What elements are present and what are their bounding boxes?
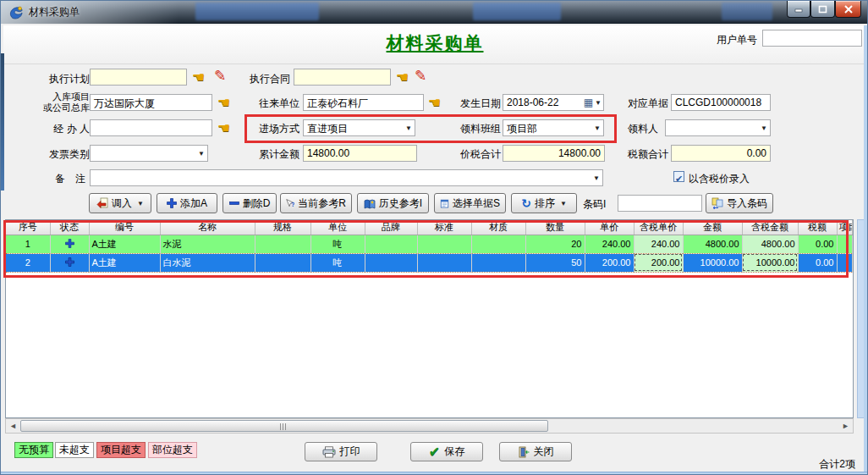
col-header-material: 材质 — [471, 220, 525, 235]
col-header-price: 单价 — [585, 220, 634, 235]
doc-no-label: 对应单据 — [618, 97, 668, 111]
col-header-status: 状态 — [50, 220, 89, 235]
remark-dropdown-icon[interactable]: ▼ — [593, 175, 600, 182]
cell-tax[interactable]: 0.00 — [798, 253, 837, 272]
cell-status[interactable] — [50, 235, 89, 253]
history-reference-button[interactable]: 历史参考I — [357, 193, 429, 213]
cell-qty[interactable]: 20 — [525, 235, 585, 253]
cell-unit[interactable]: 吨 — [310, 235, 365, 253]
cell-name[interactable]: 白水泥 — [160, 253, 255, 272]
table-row-selected[interactable]: 2 A土建 白水泥 吨 50 200.00 200.00 10000.00 10… — [6, 253, 853, 272]
barcode-input[interactable] — [618, 195, 702, 212]
cell-spec[interactable] — [255, 235, 310, 253]
cell-tax[interactable]: 0.00 — [798, 235, 837, 253]
cell-price-with-tax[interactable]: 240.00 — [634, 235, 683, 253]
close-button[interactable] — [835, 1, 861, 18]
cell-amount[interactable]: 10000.00 — [683, 253, 742, 272]
exec-contract-edit-pencil-icon[interactable]: ✎ — [415, 69, 426, 83]
print-button[interactable]: 打印 — [305, 442, 377, 461]
maximize-icon — [818, 5, 827, 14]
maximize-button[interactable] — [810, 1, 835, 18]
entry-mode-select[interactable]: 直进项目 ▼ — [303, 119, 415, 136]
grid-header-row: 序号 状态 编号 名称 规格 单位 品牌 标准 材质 数量 单价 含税单价 金额… — [6, 220, 853, 235]
cell-code[interactable]: A土建 — [89, 235, 160, 253]
pick-person-dropdown-icon[interactable]: ▼ — [761, 125, 767, 132]
tax-entry-checkbox[interactable]: ✔ — [673, 171, 684, 182]
handler-input[interactable] — [90, 119, 212, 136]
import-button[interactable]: 调入 ▼ — [89, 193, 151, 213]
occur-date-value: 2018-06-22 — [507, 97, 582, 108]
close-form-button[interactable]: 关闭 — [499, 442, 572, 461]
cell-qty[interactable]: 50 — [525, 253, 585, 272]
cell-seq[interactable]: 1 — [6, 235, 50, 253]
save-button[interactable]: ✔ 保存 — [410, 442, 483, 461]
project-input[interactable]: 万达国际大厦 — [90, 94, 212, 111]
col-header-standard: 标准 — [417, 220, 471, 235]
counterpart-input[interactable]: 正泰砂石料厂 — [303, 94, 424, 111]
invoice-type-select[interactable]: ▼ — [90, 145, 208, 162]
exec-plan-picker-hand-icon[interactable]: ☚ — [192, 70, 205, 85]
cell-material[interactable] — [471, 235, 525, 253]
delete-button[interactable]: 删除D — [222, 193, 277, 213]
remark-combo[interactable]: ▼ — [90, 169, 603, 186]
cell-budget[interactable] — [837, 235, 853, 253]
cell-price[interactable]: 240.00 — [585, 235, 634, 253]
exec-contract-picker-hand-icon[interactable]: ☚ — [396, 70, 409, 85]
handler-picker-hand-icon[interactable]: ☚ — [217, 121, 230, 135]
invoice-type-dropdown-icon[interactable]: ▼ — [198, 151, 205, 157]
pick-team-dropdown-icon[interactable]: ▼ — [594, 125, 601, 132]
cell-amount-with-tax[interactable]: 4800.00 — [742, 235, 798, 253]
entry-mode-dropdown-icon[interactable]: ▼ — [405, 125, 412, 132]
doc-no-input[interactable]: CLCGD100000018 — [671, 94, 771, 111]
import-doc-icon — [96, 197, 108, 209]
user-no-input[interactable] — [762, 30, 862, 47]
cell-standard[interactable] — [417, 253, 471, 272]
cell-seq[interactable]: 2 — [6, 253, 50, 272]
col-header-tax: 税额 — [798, 220, 837, 235]
cell-status[interactable] — [50, 253, 89, 272]
exec-plan-input[interactable] — [90, 69, 187, 86]
cell-price-with-tax-focused[interactable]: 200.00 — [634, 253, 683, 272]
hscrollbar-thumb[interactable] — [20, 420, 548, 432]
pick-person-label: 领料人 — [618, 122, 658, 136]
grid-horizontal-scrollbar[interactable]: ◄ ► — [5, 418, 854, 434]
cell-name[interactable]: 水泥 — [160, 235, 255, 253]
select-documents-button[interactable]: 选择单据S — [434, 193, 506, 213]
exec-plan-edit-pencil-icon[interactable]: ✎ — [214, 69, 226, 83]
occur-date-picker[interactable]: 2018-06-22 ▦ ▼ — [503, 94, 604, 111]
add-button[interactable]: 添加A — [157, 193, 217, 213]
col-header-amount-with-tax: 含税金额 — [742, 220, 798, 235]
pick-team-select[interactable]: 项目部 ▼ — [503, 119, 604, 136]
import-barcode-button[interactable]: 导入条码 — [706, 193, 773, 213]
project-picker-hand-icon[interactable]: ☚ — [217, 96, 230, 110]
cell-unit[interactable]: 吨 — [310, 253, 365, 272]
col-header-amount: 金额 — [683, 220, 742, 235]
minimize-button[interactable] — [787, 1, 810, 18]
cell-brand[interactable] — [365, 253, 417, 272]
cell-budget[interactable] — [837, 253, 853, 272]
scroll-right-arrow-icon[interactable]: ► — [842, 421, 849, 432]
cell-amount-with-tax[interactable]: 10000.00 — [742, 253, 798, 272]
cell-brand[interactable] — [365, 235, 417, 253]
cell-price[interactable]: 200.00 — [585, 253, 634, 272]
cell-spec[interactable] — [255, 253, 310, 272]
current-reference-button[interactable]: ? 当前参考R — [280, 193, 352, 213]
cell-material[interactable] — [471, 253, 525, 272]
calendar-icon[interactable]: ▦ — [584, 97, 593, 108]
cell-standard[interactable] — [417, 235, 471, 253]
cell-amount[interactable]: 4800.00 — [683, 235, 742, 253]
counterpart-picker-hand-icon[interactable]: ☚ — [428, 96, 441, 110]
cell-code[interactable]: A土建 — [89, 253, 160, 272]
import-barcode-icon — [711, 197, 723, 209]
scroll-left-arrow-icon[interactable]: ◄ — [9, 421, 17, 432]
occur-date-dropdown-icon[interactable]: ▼ — [595, 99, 602, 107]
col-header-price-with-tax: 含税单价 — [634, 220, 683, 235]
sort-button[interactable]: ↻ 排序 ▼ — [511, 193, 577, 213]
table-row[interactable]: 1 A土建 水泥 吨 20 240.00 240.00 4800.00 4800… — [6, 235, 853, 253]
legend-project-over: 项目超支 — [96, 442, 146, 458]
pick-person-select[interactable]: ▼ — [665, 119, 771, 136]
exec-contract-input[interactable] — [294, 69, 391, 86]
background-window-artifact-left — [1, 53, 4, 191]
user-no-label: 用户单号 — [710, 33, 757, 47]
delete-minus-icon — [229, 198, 239, 208]
